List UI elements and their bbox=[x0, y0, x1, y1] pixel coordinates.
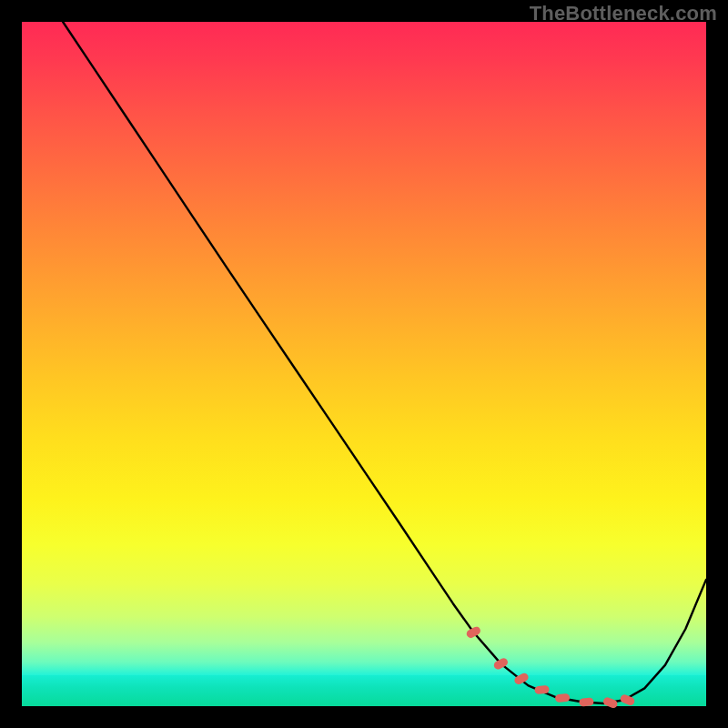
optimal-marker bbox=[602, 696, 619, 709]
optimal-marker bbox=[465, 625, 481, 639]
optimal-marker bbox=[555, 693, 571, 703]
plot-area bbox=[22, 22, 706, 706]
chart-container: TheBottleneck.com bbox=[0, 0, 728, 728]
curve-layer bbox=[22, 22, 706, 706]
optimal-marker bbox=[579, 697, 594, 707]
bottleneck-curve bbox=[63, 22, 706, 703]
optimal-range-markers bbox=[465, 625, 635, 709]
